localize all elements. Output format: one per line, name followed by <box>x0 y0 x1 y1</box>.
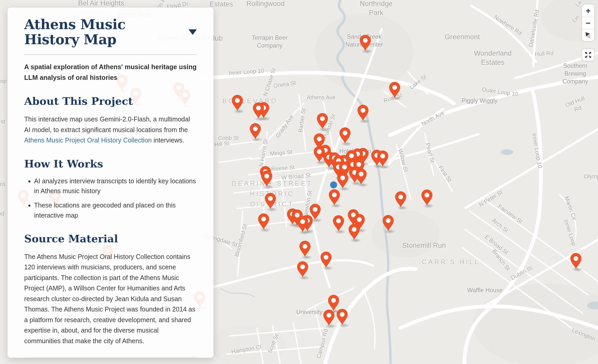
zoom-control-group: + − <box>582 4 595 42</box>
map-pin[interactable] <box>388 81 401 99</box>
panel-collapse-caret-icon[interactable] <box>188 29 197 35</box>
user-location-dot <box>330 181 337 188</box>
expand-arrows-icon <box>584 51 592 59</box>
map-pin[interactable] <box>569 252 583 270</box>
map-controls: + − <box>582 4 595 61</box>
zoom-out-button[interactable]: − <box>582 17 594 29</box>
oral-history-collection-link[interactable]: Athens Music Project Oral History Collec… <box>24 136 152 144</box>
fullscreen-button[interactable] <box>582 48 595 61</box>
map-pin[interactable] <box>296 261 309 278</box>
map-pin[interactable] <box>381 215 395 232</box>
map-pin[interactable] <box>264 192 277 210</box>
plus-icon: + <box>586 6 591 15</box>
about-text-after: interviews. <box>152 136 184 144</box>
compass-button[interactable] <box>582 29 594 41</box>
how-bullet-list: AI analyzes interview transcripts to ide… <box>24 176 197 220</box>
map-pin[interactable] <box>249 123 262 140</box>
map-pin[interactable] <box>296 216 309 233</box>
source-paragraph: The Athens Music Project Oral History Co… <box>24 251 197 346</box>
map-pin[interactable] <box>376 150 389 167</box>
how-bullet: These locations are geocoded and placed … <box>34 200 197 220</box>
how-heading: How It Works <box>24 158 197 170</box>
how-bullet: AI analyzes interview transcripts to ide… <box>34 176 197 196</box>
info-panel: Athens Music History Map A spatial explo… <box>8 8 213 358</box>
map-pin[interactable] <box>338 127 352 144</box>
divider <box>24 54 197 55</box>
map-pin[interactable] <box>354 168 368 185</box>
map-pin[interactable] <box>347 223 361 240</box>
minus-icon: − <box>586 19 591 27</box>
map-pin[interactable] <box>316 113 329 130</box>
about-heading: About This Project <box>24 95 197 107</box>
compass-needle-icon <box>584 30 593 40</box>
map-pin[interactable] <box>252 102 265 119</box>
map-pin[interactable] <box>394 191 407 208</box>
about-paragraph: This interactive map uses Gemini-2.0-Fla… <box>24 114 197 146</box>
map-pin[interactable] <box>335 309 349 326</box>
map-pin[interactable] <box>336 172 349 189</box>
source-heading: Source Material <box>24 232 197 245</box>
map-pin[interactable] <box>319 251 333 269</box>
map-pin[interactable] <box>332 215 345 232</box>
map-pin[interactable] <box>231 95 244 112</box>
about-text-before: This interactive map uses Gemini-2.0-Fla… <box>24 115 190 133</box>
map-pin[interactable] <box>257 213 270 230</box>
map-pin[interactable] <box>260 170 274 187</box>
map-pin[interactable] <box>328 189 341 206</box>
zoom-in-button[interactable]: + <box>582 4 594 17</box>
map-pin[interactable] <box>322 309 336 327</box>
map-pin[interactable] <box>359 35 372 52</box>
divider <box>24 357 197 357</box>
map-pin[interactable] <box>298 240 312 258</box>
map-pin[interactable] <box>420 189 434 206</box>
panel-subtitle: A spatial exploration of Athens' musical… <box>24 62 197 83</box>
page-title: Athens Music History Map <box>24 17 181 47</box>
map-pin[interactable] <box>356 105 370 122</box>
